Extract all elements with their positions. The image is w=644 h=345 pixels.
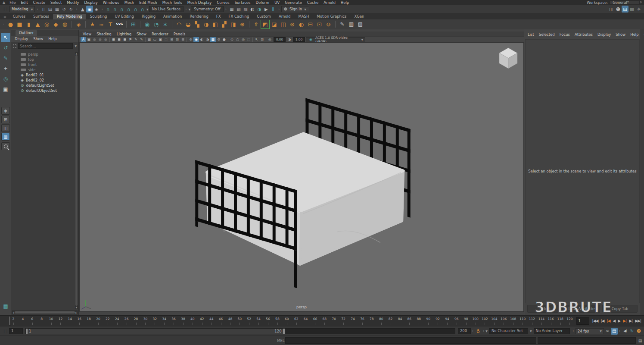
redo-icon[interactable]: ↻ (68, 6, 75, 13)
anim-layer-field[interactable]: No Anim Layer (534, 328, 570, 334)
section-divider[interactable]: › (278, 7, 280, 11)
step-forward-frame-button[interactable]: ▶| (622, 319, 628, 323)
grip-handle[interactable]: ❘❘ (3, 329, 8, 333)
exposure-field[interactable]: 0.00 (274, 37, 286, 42)
menu-item[interactable]: Mesh Tools (160, 0, 185, 5)
paint-selection-tool[interactable]: ✎ (1, 53, 10, 63)
camera-attributes-icon[interactable]: ◼ (116, 37, 122, 42)
anti-aliasing-icon[interactable]: ○ (235, 37, 240, 42)
menu-item[interactable]: Help (338, 0, 352, 5)
chevron-down-icon[interactable]: ▼ (75, 44, 77, 47)
live-surface-field[interactable]: No Live Surface (149, 6, 184, 12)
wireframe-on-shaded-icon[interactable]: ◐ (199, 37, 205, 42)
shelf-tab[interactable]: Animation (159, 14, 186, 19)
section-divider[interactable]: › (76, 7, 78, 11)
shelf-popup-icon[interactable]: ◦ (1, 22, 6, 26)
open-scene-icon[interactable]: ▤ (47, 6, 54, 13)
step-back-key-button[interactable]: |◀ (599, 319, 605, 323)
channel-box-icon[interactable]: ▤ (622, 6, 628, 13)
attribute-editor-menu-item[interactable]: Help (630, 32, 638, 37)
animation-end-field[interactable]: 200 (458, 328, 471, 334)
shelf-tab[interactable]: Arnold (275, 14, 295, 19)
viewport-canvas[interactable]: persp (79, 42, 524, 312)
retopo-icon[interactable]: ⊚ (324, 20, 333, 29)
section-divider[interactable]: › (225, 7, 227, 11)
connect-icon[interactable]: ◨ (229, 20, 238, 29)
curve-tool-icon[interactable]: ≈ (97, 20, 106, 29)
symmetry-field[interactable]: Symmetry: Off (191, 6, 224, 12)
four-pane-layout-button[interactable]: ⊞ (1, 116, 10, 123)
shelf-tab[interactable]: Surfaces (29, 14, 53, 19)
camera-lock-icon[interactable]: ◼ (111, 37, 116, 42)
mirror-icon[interactable]: ◑ (202, 20, 211, 29)
new-scene-icon[interactable]: ▯ (40, 6, 47, 13)
poly-cone-icon[interactable]: ▲ (33, 20, 42, 29)
shelf-tab[interactable]: Rigging (138, 14, 159, 19)
frame-all-icon[interactable]: ⊟ (180, 37, 186, 42)
outliner-item[interactable]: defaultLightSet (11, 83, 78, 88)
attribute-editor-menu-item[interactable]: Show (616, 32, 625, 37)
command-line-input[interactable] (285, 337, 536, 344)
selection-highlight-icon[interactable]: A (81, 37, 86, 42)
character-icon[interactable]: ☻ (635, 328, 642, 335)
go-to-end-button[interactable]: ▶▶| (634, 319, 642, 323)
make-live-icon[interactable]: ∩ (139, 6, 146, 13)
snap-to-projected-center-icon[interactable]: ∩ (125, 6, 132, 13)
outliner-vertical-scrollbar[interactable]: ▲▼ (75, 52, 78, 309)
zero-transforms-icon[interactable]: ∗ (161, 20, 170, 29)
menu-item[interactable]: Arnold (321, 0, 338, 5)
outliner-menu-item[interactable]: Show (33, 37, 43, 41)
two-pane-layout-button[interactable]: ◫ (1, 124, 10, 132)
menu-item[interactable]: Mesh (122, 0, 137, 5)
gamma-icon[interactable]: ◑ (286, 37, 292, 42)
outliner-item[interactable]: persp (11, 52, 78, 57)
zoom-layout-button[interactable] (1, 142, 10, 150)
inactive-mode-icon-3[interactable]: ● (103, 37, 109, 42)
bridge-icon[interactable]: ◪ (270, 20, 279, 29)
attribute-editor-menu-item[interactable]: Selected (539, 32, 555, 37)
outliner-item[interactable]: side (11, 67, 78, 72)
playback-loop-icon[interactable]: ∞ (604, 328, 611, 335)
attribute-editor-icon[interactable]: ▥ (628, 6, 635, 13)
play-backward-button[interactable]: ◀ (611, 319, 616, 323)
chevron-down-icon[interactable]: ▼ (530, 329, 532, 332)
viewport-menu-item[interactable]: Shading (96, 32, 115, 36)
select-object-icon[interactable]: ▣ (86, 6, 93, 13)
xray-icon[interactable]: ⊡ (259, 37, 265, 42)
center-pivot-icon[interactable]: ◉ (143, 20, 152, 29)
chevron-down-icon[interactable]: ▼ (146, 8, 149, 11)
command-line-language-label[interactable]: MEL (277, 339, 285, 343)
uv-editor-shelf-icon[interactable]: ▥ (347, 20, 356, 29)
menu-item[interactable]: Deform (253, 0, 272, 5)
svg-tool-icon[interactable]: SVG (115, 20, 124, 29)
anim-layer-icon[interactable]: ◑ (256, 6, 263, 13)
grease-pencil-icon[interactable]: ✎ (139, 37, 144, 42)
use-all-lights-icon[interactable]: ⊚ (216, 37, 221, 42)
grip-handle[interactable]: ❘❘ (3, 7, 8, 11)
remesh-icon[interactable]: ⊡ (315, 20, 324, 29)
attribute-editor-menu-item[interactable]: Focus (560, 32, 570, 37)
outliner-item[interactable]: Bed02_02 (11, 78, 78, 83)
time-slider-ruler[interactable]: 2468101214161820222426283032343638404244… (9, 316, 575, 326)
spherize-icon[interactable]: ◒ (184, 20, 193, 29)
sign-in-dropdown[interactable]: ☻ Sign In ▼ (281, 6, 309, 12)
outliner-item[interactable]: defaultObjectSet (11, 88, 78, 93)
inactive-mode-icon-2[interactable]: ● (97, 37, 103, 42)
texture-view-icon[interactable]: ▣ (86, 37, 92, 42)
shelf-tab[interactable]: UV Editing (111, 14, 138, 19)
menu-item[interactable]: Surfaces (232, 0, 253, 5)
playblast-icon[interactable]: ▶ (263, 6, 270, 13)
viewport-menu-item[interactable]: Panels (174, 32, 189, 36)
bevel-icon[interactable]: ◩ (261, 20, 270, 29)
menu-item[interactable]: Mesh Display (185, 0, 214, 5)
workspace-selector[interactable]: Workspace: General* ▼ ☼ (587, 0, 642, 5)
step-forward-key-button[interactable]: ▶| (628, 319, 634, 323)
viewport-menu-item[interactable]: Renderer (152, 32, 172, 36)
combine-icon[interactable]: ⊕ (238, 20, 247, 29)
shadows-icon[interactable]: ● (221, 37, 227, 42)
shelf-tab[interactable]: FX (212, 14, 225, 19)
render-settings-icon[interactable]: ▨ (242, 6, 249, 13)
view-cube[interactable] (499, 48, 517, 69)
poly-cylinder-icon[interactable]: ▮ (24, 20, 33, 29)
star-primitive-icon[interactable]: ★ (88, 20, 97, 29)
